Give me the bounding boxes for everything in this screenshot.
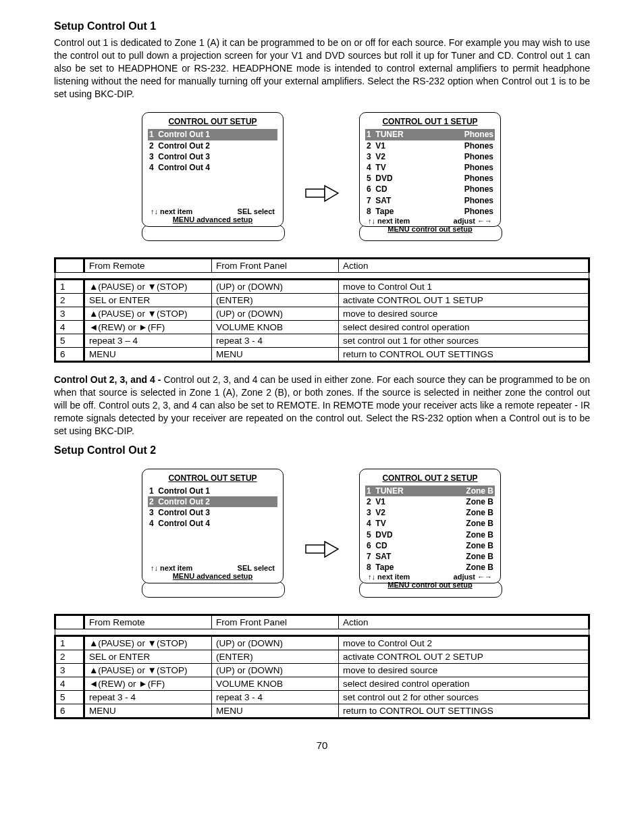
heading-setup-1: Setup Control Out 1: [54, 20, 590, 32]
menu-item: 8 TapePhones: [365, 206, 495, 217]
table-row: 3▲(PAUSE) or ▼(STOP)(UP) or (DOWN)move t…: [55, 663, 589, 677]
row-num: 3: [55, 663, 84, 677]
cell-remote: SEL or ENTER: [84, 650, 212, 663]
para-bold-lead: Control Out 2, 3, and 4 -: [54, 374, 163, 385]
screen-stack-b: CONTROL OUT 1 SETUP 1 TUNERPhones2 V1Pho…: [359, 112, 502, 241]
row-num: 1: [55, 635, 84, 650]
svg-rect-2: [306, 545, 325, 553]
col-front-panel: From Front Panel: [212, 259, 339, 273]
screen-stack-a: CONTROL OUT SETUP 1 Control Out 12 Contr…: [142, 112, 285, 241]
cell-action: move to desired source: [339, 307, 589, 321]
svg-marker-1: [325, 186, 338, 201]
menu-item: 2 V1Phones: [365, 140, 495, 151]
screen-control-out-setup-1: CONTROL OUT SETUP 1 Control Out 12 Contr…: [142, 112, 284, 227]
table-row: 4◄(REW) or ►(FF)VOLUME KNOBselect desire…: [55, 321, 589, 334]
screen-title: CONTROL OUT SETUP: [148, 473, 277, 483]
footer-nav-icon: ↑↓ next item: [151, 564, 192, 572]
menu-item: 3 Control Out 3: [148, 507, 277, 518]
cell-front-panel: MENU: [212, 704, 339, 718]
menu-item: 2 Control Out 2: [148, 496, 277, 507]
cell-action: activate CONTROL OUT 2 SETUP: [339, 650, 589, 663]
cell-front-panel: (UP) or (DOWN): [212, 307, 339, 321]
screens-row-2: CONTROL OUT SETUP 1 Control Out 12 Contr…: [54, 469, 590, 598]
footer-menu: MENU advanced setup: [148, 215, 277, 224]
col-front-panel: From Front Panel: [212, 615, 339, 629]
menu-item: 5 DVDPhones: [365, 173, 495, 184]
cell-remote: ◄(REW) or ►(FF): [84, 321, 212, 334]
cell-action: set control out 2 for other sources: [339, 690, 589, 704]
footer-sel: SEL select: [238, 564, 275, 572]
screen-stack-b: CONTROL OUT 2 SETUP 1 TUNERZone B2 V1Zon…: [359, 469, 502, 598]
table-row: 3▲(PAUSE) or ▼(STOP)(UP) or (DOWN)move t…: [55, 307, 589, 321]
cell-remote: ▲(PAUSE) or ▼(STOP): [84, 635, 212, 650]
footer-menu: MENU control out setup: [365, 225, 495, 233]
table-row: 5repeat 3 - 4repeat 3 - 4set control out…: [55, 690, 589, 704]
col-action: Action: [339, 615, 589, 629]
row-num: 2: [55, 294, 84, 307]
screen-base: [142, 225, 285, 241]
menu-item: 5 DVDZone B: [365, 529, 495, 540]
footer-menu: MENU control out setup: [365, 581, 495, 589]
cell-action: move to Control Out 2: [339, 635, 589, 650]
menu-item: 6 CDZone B: [365, 540, 495, 551]
instruction-table-2: From Remote From Front Panel Action 1▲(P…: [54, 614, 590, 719]
menu-item: 3 V2Phones: [365, 151, 495, 162]
arrow-right-icon: [305, 185, 339, 203]
cell-front-panel: VOLUME KNOB: [212, 321, 339, 334]
table-row: 2SEL or ENTER(ENTER)activate CONTROL OUT…: [55, 294, 589, 307]
menu-item: 2 V1Zone B: [365, 496, 495, 507]
screen-base: [142, 581, 285, 598]
cell-remote: MENU: [84, 704, 212, 718]
footer-nav-icon: ↑↓ next item: [151, 207, 192, 215]
row-num: 6: [55, 348, 84, 362]
menu-item: 8 TapeZone B: [365, 562, 495, 573]
para-setup-1: Control out 1 is dedicated to Zone 1 (A)…: [54, 36, 590, 100]
footer-sel: SEL select: [238, 207, 275, 215]
table-header-row: From Remote From Front Panel Action: [55, 259, 589, 273]
screen-control-out-2-setup: CONTROL OUT 2 SETUP 1 TUNERZone B2 V1Zon…: [359, 469, 501, 583]
cell-action: move to Control Out 1: [339, 280, 589, 294]
cell-front-panel: VOLUME KNOB: [212, 677, 339, 690]
cell-action: select desired control operation: [339, 321, 589, 334]
menu-item: 1 Control Out 1: [148, 129, 277, 140]
row-num: 4: [55, 677, 84, 690]
screen-control-out-setup-2: CONTROL OUT SETUP 1 Control Out 12 Contr…: [142, 469, 284, 583]
menu-item: 2 Control Out 2: [148, 140, 277, 151]
footer-adjust: adjust ←→: [454, 217, 492, 225]
row-num: 2: [55, 650, 84, 663]
screen-footer: ↑↓ next item adjust ←→ MENU control out …: [365, 573, 495, 589]
svg-rect-0: [306, 189, 325, 197]
screens-row-1: CONTROL OUT SETUP 1 Control Out 12 Contr…: [54, 112, 590, 241]
col-remote: From Remote: [84, 259, 212, 273]
menu-item: 1 TUNERPhones: [365, 129, 495, 140]
cell-remote: ▲(PAUSE) or ▼(STOP): [84, 280, 212, 294]
row-num: 3: [55, 307, 84, 321]
table-row: 4◄(REW) or ►(FF)VOLUME KNOBselect desire…: [55, 677, 589, 690]
row-num: 5: [55, 334, 84, 348]
menu-item: 3 V2Zone B: [365, 507, 495, 518]
cell-front-panel: (UP) or (DOWN): [212, 280, 339, 294]
cell-front-panel: MENU: [212, 348, 339, 362]
table-row: 1▲(PAUSE) or ▼(STOP)(UP) or (DOWN)move t…: [55, 635, 589, 650]
menu-item: 4 TVPhones: [365, 162, 495, 173]
screen-control-out-1-setup: CONTROL OUT 1 SETUP 1 TUNERPhones2 V1Pho…: [359, 112, 501, 227]
table-header-row: From Remote From Front Panel Action: [55, 615, 589, 629]
cell-front-panel: repeat 3 - 4: [212, 334, 339, 348]
menu-item: 6 CDPhones: [365, 184, 495, 194]
footer-adjust: adjust ←→: [454, 573, 492, 581]
screen-title: CONTROL OUT SETUP: [148, 117, 277, 126]
cell-front-panel: (ENTER): [212, 650, 339, 663]
table-row: 6MENUMENUreturn to CONTROL OUT SETTINGS: [55, 348, 589, 362]
cell-remote: ▲(PAUSE) or ▼(STOP): [84, 663, 212, 677]
menu-item: 4 Control Out 4: [148, 518, 277, 529]
para-control-out-234: Control Out 2, 3, and 4 - Control out 2,…: [54, 373, 590, 437]
cell-front-panel: (UP) or (DOWN): [212, 663, 339, 677]
screen-footer: ↑↓ next item SEL select MENU advanced se…: [148, 564, 277, 580]
col-action: Action: [339, 259, 589, 273]
row-num: 1: [55, 280, 84, 294]
cell-action: return to CONTROL OUT SETTINGS: [339, 704, 589, 718]
menu-item: 7 SATZone B: [365, 551, 495, 562]
arrow-right-icon: [305, 541, 339, 558]
footer-nav-icon: ↑↓ next item: [368, 217, 410, 225]
cell-action: move to desired source: [339, 663, 589, 677]
